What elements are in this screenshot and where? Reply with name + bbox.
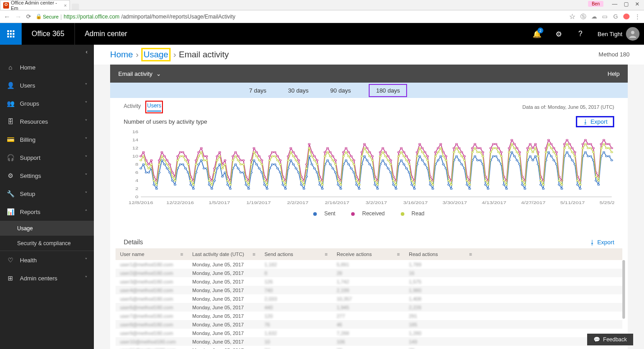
column-header[interactable]: User name≡ bbox=[116, 251, 188, 257]
export-details-button[interactable]: ⭳ Export bbox=[589, 239, 614, 246]
ext-adblock-icon[interactable] bbox=[623, 14, 630, 19]
breadcrumb-usage[interactable]: Usage bbox=[141, 48, 171, 61]
ext-g-icon[interactable]: G bbox=[612, 13, 619, 20]
svg-point-517 bbox=[490, 151, 491, 153]
range-90days[interactable]: 90 days bbox=[327, 86, 355, 95]
svg-point-425 bbox=[248, 184, 250, 185]
sidebar-item-groups[interactable]: 👥Groups˅ bbox=[0, 94, 94, 112]
ext-msg-icon[interactable]: ▭ bbox=[602, 13, 608, 20]
back-button[interactable]: ← bbox=[4, 13, 10, 20]
report-selector[interactable]: Email activity ⌄ bbox=[118, 70, 161, 77]
svg-point-271 bbox=[316, 159, 318, 161]
sidebar-item-health[interactable]: ♡Health˅ bbox=[0, 251, 94, 269]
breadcrumb-home[interactable]: Home bbox=[110, 50, 133, 60]
forward-button[interactable]: → bbox=[15, 13, 22, 20]
notifications-button[interactable]: 🔔 2 bbox=[526, 23, 548, 45]
sidebar-sub-security-compliance[interactable]: Security & compliance bbox=[0, 236, 94, 251]
sidebar-collapse[interactable]: ‹ bbox=[0, 45, 94, 58]
table-row[interactable]: user10@method180.comMonday, June 05, 201… bbox=[116, 337, 622, 346]
table-row[interactable]: user2@method180.comMonday, June 05, 2017… bbox=[116, 269, 622, 277]
url-field[interactable]: 🔒 Secure | https://portal.office.com/adm… bbox=[36, 14, 565, 20]
table-row[interactable]: user1@method180.comMonday, June 05, 2017… bbox=[116, 260, 622, 269]
svg-point-283 bbox=[347, 151, 349, 153]
ext-skype-icon[interactable]: Ⓢ bbox=[580, 13, 586, 21]
sidebar-sub-usage[interactable]: Usage bbox=[0, 221, 94, 236]
help-link[interactable]: Help bbox=[607, 70, 620, 77]
svg-point-176 bbox=[540, 184, 542, 185]
svg-point-215 bbox=[169, 163, 171, 165]
sidebar-item-home[interactable]: ⌂Home bbox=[0, 58, 94, 76]
user-menu[interactable]: Ben Tight bbox=[591, 27, 644, 41]
table-row[interactable]: user9@method180.comMonday, June 05, 2017… bbox=[116, 329, 622, 337]
chrome-menu-icon[interactable]: ⋮ bbox=[634, 13, 640, 20]
sidebar-item-reports[interactable]: 📊Reports˄ bbox=[0, 203, 94, 221]
svg-point-423 bbox=[242, 163, 244, 165]
tab-users[interactable]: Users bbox=[147, 102, 161, 112]
tab-close-icon[interactable]: × bbox=[64, 3, 67, 8]
column-header[interactable]: Receive actions≡ bbox=[332, 251, 404, 257]
sidebar: ‹ ⌂Home👤Users˅👥Groups˅🗄Resources˅💳Billin… bbox=[0, 45, 94, 349]
range-7days[interactable]: 7 days bbox=[246, 86, 270, 95]
svg-point-503 bbox=[453, 151, 455, 153]
tab-activity[interactable]: Activity bbox=[124, 103, 141, 111]
ext-chat-icon[interactable]: ☁ bbox=[591, 13, 597, 20]
svg-point-411 bbox=[211, 184, 213, 185]
svg-point-367 bbox=[569, 143, 570, 144]
sidebar-item-users[interactable]: 👤Users˅ bbox=[0, 76, 94, 94]
svg-point-89 bbox=[311, 163, 313, 165]
chrome-profile-badge[interactable]: Ben bbox=[588, 1, 603, 7]
sidebar-item-billing[interactable]: 💳Billing˅ bbox=[0, 130, 94, 149]
table-row[interactable]: user6@method180.comMonday, June 05, 2017… bbox=[116, 303, 622, 312]
reload-button[interactable]: ⟳ bbox=[26, 13, 31, 20]
column-menu-icon[interactable]: ≡ bbox=[397, 251, 400, 257]
svg-point-309 bbox=[416, 151, 418, 153]
svg-point-437 bbox=[279, 163, 281, 165]
column-header[interactable]: Read actions≡ bbox=[404, 251, 477, 257]
column-header[interactable]: Send actions≡ bbox=[260, 251, 332, 257]
table-row[interactable]: user3@method180.comMonday, June 05, 2017… bbox=[116, 277, 622, 286]
svg-point-158 bbox=[492, 155, 494, 157]
sidebar-item-resources[interactable]: 🗄Resources˅ bbox=[0, 112, 94, 130]
svg-point-213 bbox=[163, 155, 165, 157]
svg-point-560 bbox=[603, 143, 605, 144]
feedback-button[interactable]: 💬 Feedback bbox=[587, 334, 633, 345]
table-row[interactable]: user4@method180.comMonday, June 05, 2017… bbox=[116, 286, 622, 294]
close-window-icon[interactable]: ✕ bbox=[635, 1, 639, 7]
app-launcher[interactable] bbox=[0, 23, 22, 45]
table-scrollbar[interactable] bbox=[622, 260, 625, 319]
svg-point-197 bbox=[595, 180, 597, 181]
svg-point-96 bbox=[329, 163, 331, 165]
range-30days[interactable]: 30 days bbox=[284, 86, 312, 95]
sidebar-item-admin-centers[interactable]: ⊞Admin centers˅ bbox=[0, 269, 94, 287]
column-menu-icon[interactable]: ≡ bbox=[325, 251, 328, 257]
bookmark-star-icon[interactable]: ☆ bbox=[569, 12, 575, 21]
column-menu-icon[interactable]: ≡ bbox=[253, 251, 255, 257]
address-bar: ← → ⟳ 🔒 Secure | https://portal.office.c… bbox=[0, 10, 644, 23]
table-row[interactable]: user5@method180.comMonday, June 05, 2017… bbox=[116, 294, 622, 303]
export-chart-button[interactable]: ⭳ Export bbox=[576, 116, 614, 127]
maximize-icon[interactable]: ▢ bbox=[624, 1, 629, 7]
svg-point-254 bbox=[271, 151, 273, 153]
table-row[interactable]: user8@method180.comMonday, June 05, 2017… bbox=[116, 320, 622, 329]
help-button[interactable]: ? bbox=[570, 23, 591, 45]
new-tab-button[interactable] bbox=[72, 4, 79, 10]
settings-button[interactable]: ⚙ bbox=[548, 23, 570, 45]
range-180days[interactable]: 180 days bbox=[369, 84, 407, 97]
minimize-icon[interactable]: — bbox=[612, 1, 617, 7]
svg-point-462 bbox=[345, 151, 347, 153]
svg-point-145 bbox=[458, 159, 460, 161]
svg-point-290 bbox=[366, 147, 368, 149]
svg-point-414 bbox=[219, 155, 221, 157]
browser-tab[interactable]: Office Admin center - Em × bbox=[0, 0, 70, 10]
product-name[interactable]: Office 365 bbox=[22, 23, 75, 45]
table-row[interactable]: user7@method180.comMonday, June 05, 2017… bbox=[116, 312, 622, 320]
column-header[interactable]: Last activity date (UTC)≡ bbox=[188, 251, 260, 257]
column-menu-icon[interactable]: ≡ bbox=[469, 251, 472, 257]
table-row[interactable]: user11@method180.comMonday, June 05, 201… bbox=[116, 346, 622, 349]
svg-point-488 bbox=[413, 184, 415, 185]
sidebar-item-support[interactable]: 🎧Support˅ bbox=[0, 149, 94, 167]
svg-text:5/11/2017: 5/11/2017 bbox=[560, 200, 584, 205]
sidebar-item-settings[interactable]: ⚙Settings˅ bbox=[0, 167, 94, 185]
column-menu-icon[interactable]: ≡ bbox=[181, 251, 183, 257]
sidebar-item-setup[interactable]: 🔧Setup˅ bbox=[0, 185, 94, 203]
